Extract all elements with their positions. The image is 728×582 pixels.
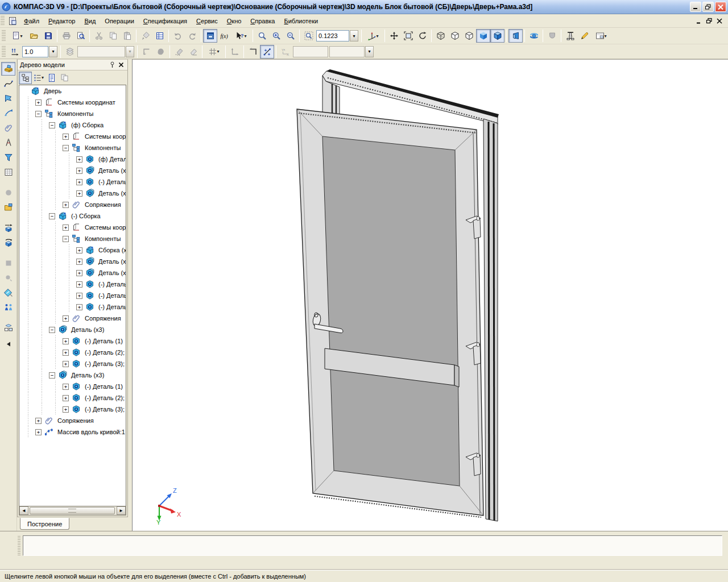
tree-item-label[interactable]: Деталь (x3) xyxy=(71,326,104,333)
grid-button[interactable]: ▾ xyxy=(204,45,224,59)
tree-item-label[interactable]: Компоненты xyxy=(85,235,121,242)
tree-expander[interactable]: − xyxy=(35,111,42,117)
tree-expander[interactable]: + xyxy=(63,350,69,356)
tree-item[interactable]: +(-) Деталь (2); Экз xyxy=(19,347,126,358)
tree-item[interactable]: +(-) Деталь xyxy=(19,290,126,301)
tree-item[interactable]: +(-) Деталь (3); Экз xyxy=(19,404,126,415)
tab-construction[interactable]: Построение xyxy=(20,518,69,530)
tree-item[interactable]: +Сопряжения xyxy=(19,199,126,210)
tree-item-label[interactable]: (-) Деталь (3); Экз xyxy=(85,360,126,367)
tree-expander[interactable]: + xyxy=(63,225,69,231)
mdi-close-button[interactable] xyxy=(714,16,725,26)
chevron-down-icon[interactable]: ▾ xyxy=(217,49,219,54)
zoom-fit-button[interactable] xyxy=(401,29,415,43)
display-hidden-thin-button[interactable] xyxy=(462,29,476,43)
tree-expander[interactable]: − xyxy=(49,213,55,219)
tree-item[interactable]: −Компоненты xyxy=(19,142,126,153)
tree-expander[interactable]: + xyxy=(76,168,82,174)
menu-Спецификация[interactable]: Спецификация xyxy=(139,16,192,26)
context-help-button[interactable]: ?▾ xyxy=(231,29,251,43)
tree-expander[interactable]: + xyxy=(76,281,82,288)
tree-item-label[interactable]: (ф) Сборка xyxy=(71,122,104,128)
tree-item[interactable]: +(-) Деталь xyxy=(19,278,126,290)
tree-item-label[interactable]: Сопряжения xyxy=(85,315,121,322)
tree-item[interactable]: +Деталь (x2) xyxy=(19,267,126,278)
tree-item[interactable]: +(-) Деталь (1) xyxy=(19,335,126,347)
tree-item-label[interactable]: Компоненты xyxy=(57,110,93,117)
menu-Файл[interactable]: Файл xyxy=(19,16,44,26)
tree-expander[interactable]: + xyxy=(35,418,42,424)
scroll-thumb[interactable] xyxy=(30,507,115,514)
tree-item[interactable]: −Деталь (x3) xyxy=(19,324,126,335)
tree-expander[interactable]: + xyxy=(35,99,42,106)
tree-item-label[interactable]: Деталь (x2) xyxy=(98,269,126,276)
menu-Библиотеки[interactable]: Библиотеки xyxy=(280,16,323,26)
close-panel-icon[interactable] xyxy=(117,61,125,69)
tree-item[interactable]: −(ф) Сборка xyxy=(19,119,126,131)
chevron-down-icon[interactable]: ▾ xyxy=(604,34,606,39)
zoom-area-button[interactable] xyxy=(301,29,316,43)
tree-expander[interactable]: + xyxy=(76,304,82,310)
tree-expander[interactable]: − xyxy=(63,236,69,242)
toolbar-grip[interactable] xyxy=(2,30,6,41)
zoom-select-button[interactable] xyxy=(255,29,269,43)
door-leaf[interactable] xyxy=(297,109,483,517)
tree-item-label[interactable]: Сопряжения xyxy=(85,201,121,208)
display-shaded-button[interactable] xyxy=(476,29,490,43)
specification-button[interactable] xyxy=(1,165,15,179)
tree-item[interactable]: +(-) Деталь xyxy=(19,301,126,313)
tree-item-label[interactable]: (-) Деталь xyxy=(98,178,126,185)
dimensions-3d-button[interactable] xyxy=(563,29,577,43)
menu-Вид[interactable]: Вид xyxy=(80,16,100,26)
tree-item[interactable]: +Деталь (x2) xyxy=(19,188,126,199)
tree-item-label[interactable]: (-) Деталь (3); Экз xyxy=(85,406,126,413)
tree-item-label[interactable]: (-) Деталь (1) xyxy=(85,338,123,344)
tree-expander[interactable]: + xyxy=(35,429,42,435)
chevron-down-icon[interactable]: ▾ xyxy=(244,34,246,39)
tree-item[interactable]: +Сопряжения xyxy=(19,313,126,324)
display-no-hidden-button[interactable] xyxy=(448,29,462,43)
3d-viewport[interactable]: Z X Y xyxy=(132,59,728,531)
menu-Окно[interactable]: Окно xyxy=(222,16,246,26)
tree-item[interactable]: +Системы координат xyxy=(19,97,126,108)
current-step-button[interactable] xyxy=(7,45,22,59)
tree-item-label[interactable]: Массив вдоль кривой:1 xyxy=(57,429,125,435)
tree-item-label[interactable]: (-) Деталь xyxy=(98,281,126,288)
tree-item[interactable]: +(-) Деталь (1) xyxy=(19,381,126,392)
tree-expander[interactable]: + xyxy=(63,315,69,322)
conditions-button[interactable] xyxy=(1,286,15,300)
tree-item-label[interactable]: (ф) Деталь xyxy=(98,156,126,163)
tree-item[interactable]: −Деталь (x3) xyxy=(19,369,126,381)
menu-Справка[interactable]: Справка xyxy=(246,16,279,26)
edit-part-button[interactable] xyxy=(1,62,15,76)
tree-expander[interactable]: − xyxy=(49,122,55,128)
scale-combo-dropdown[interactable]: ▾ xyxy=(350,30,358,41)
functions-button[interactable]: f(x) xyxy=(217,29,231,43)
tree-expander[interactable]: + xyxy=(63,134,69,140)
variables-button[interactable] xyxy=(203,29,217,43)
tree-report-button[interactable] xyxy=(45,72,58,84)
tree-item[interactable]: +Деталь (x2) xyxy=(19,256,126,267)
orientation-button[interactable]: ▾ xyxy=(363,29,383,43)
tree-item[interactable]: −Компоненты xyxy=(19,233,126,244)
door-panel[interactable] xyxy=(322,136,460,486)
new-document-button[interactable]: ▾ xyxy=(7,29,27,43)
tree-item[interactable]: +Сборка (x2) xyxy=(19,244,126,256)
tree-item-label[interactable]: (-) Деталь (2); Экз xyxy=(85,349,126,356)
tree-expander[interactable]: + xyxy=(76,190,82,197)
tree-item-label[interactable]: Системы координат xyxy=(57,99,115,106)
pan-button[interactable] xyxy=(387,29,401,43)
toolbar-grip[interactable] xyxy=(2,46,6,57)
tree-item-label[interactable]: Дверь xyxy=(44,88,61,94)
tree-item[interactable]: −Компоненты xyxy=(19,108,126,119)
chevron-down-icon[interactable]: ▾ xyxy=(376,34,378,39)
tree-expander[interactable]: + xyxy=(63,338,69,344)
tree-item-label[interactable]: Компоненты xyxy=(85,144,121,151)
tree-composition-button[interactable]: ▾ xyxy=(32,72,45,84)
tree-item-label[interactable]: Сопряжения xyxy=(57,417,94,424)
tree-expander[interactable]: + xyxy=(63,395,69,401)
menu-Редактор[interactable]: Редактор xyxy=(44,16,80,26)
tree-item-label[interactable]: Системы координат xyxy=(85,133,126,140)
scroll-left-icon[interactable]: ◄ xyxy=(19,506,28,515)
layout-button[interactable]: ▾ xyxy=(592,29,611,43)
